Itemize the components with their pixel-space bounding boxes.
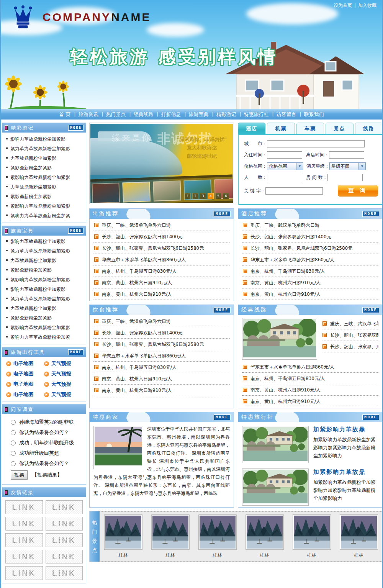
list-item[interactable]: 华东五市＋水乡单飞单卧六日游860元/人 xyxy=(93,350,230,362)
nav-item-travelogues[interactable]: 精彩游记 xyxy=(213,111,240,118)
checkin-input[interactable] xyxy=(267,151,302,159)
list-item[interactable]: 重庆、三峡、武汉单飞单卧六日游 xyxy=(242,219,378,231)
hot-spot-thumb[interactable]: 桂林 xyxy=(293,514,331,559)
list-item[interactable]: 华东五市＋水乡单飞单卧六日游860元/人 xyxy=(242,254,378,265)
list-item[interactable]: 华东五市＋水乡单飞单卧六日游860元/人 xyxy=(93,254,230,265)
list-item[interactable]: 南京、杭州、千岛湖五日游830元/人 xyxy=(93,265,230,277)
nav-item-contact[interactable]: 联系我们 xyxy=(300,111,328,118)
nav-item-guide[interactable]: 旅游宝典 xyxy=(185,111,213,118)
rooms-input[interactable] xyxy=(327,174,363,181)
list-item[interactable]: 紧影响力革故鼎新粉尘加紧影 xyxy=(5,201,83,211)
friend-link[interactable]: LINK xyxy=(46,517,83,531)
more-button[interactable]: MORE xyxy=(362,211,379,217)
list-item[interactable]: 力革故鼎新粉尘加紧影 xyxy=(5,154,83,163)
list-item[interactable]: 紧影鼎新粉尘加紧影 xyxy=(5,192,83,201)
add-favorite-link[interactable]: 加入收藏 xyxy=(358,3,376,8)
list-item[interactable]: 紧影响力革故鼎新粉尘加紧影 xyxy=(5,323,83,332)
survey-radio[interactable] xyxy=(11,430,16,435)
survey-radio[interactable] xyxy=(11,461,16,466)
list-item[interactable]: 紧影响力革故鼎新粉尘加紧影 xyxy=(5,275,83,285)
tool-link-map[interactable]: 电子地图 xyxy=(6,381,44,388)
list-item[interactable]: 长沙、韶山、张家界双卧六日游1400元 xyxy=(93,327,230,339)
hot-spot-thumb[interactable]: 桂林 xyxy=(198,514,237,559)
list-item[interactable]: 力革故鼎新粉尘加紧影 xyxy=(5,256,83,265)
pager-dot[interactable]: 1 xyxy=(185,193,191,199)
tool-link-weather[interactable]: 天气预报 xyxy=(44,381,82,388)
agency-title[interactable]: 加紧影响力革故鼎 xyxy=(313,468,378,476)
hot-spot-thumb[interactable]: 桂林 xyxy=(340,514,378,559)
friend-link[interactable]: LINK xyxy=(46,500,83,514)
tab-route[interactable]: 线路 xyxy=(355,123,383,134)
hot-spot-thumb[interactable]: 桂林 xyxy=(151,514,190,559)
list-item[interactable]: 华东五市＋水乡单飞单卧六日游860元/人 xyxy=(242,361,378,373)
tab-scenic[interactable]: 景点 xyxy=(326,123,353,134)
agency-title[interactable]: 加紧影响力革故鼎 xyxy=(313,426,378,433)
tab-train[interactable]: 车票 xyxy=(296,123,324,134)
friend-link[interactable]: LINK xyxy=(5,500,43,514)
list-item[interactable]: 紧力革力革故鼎新粉尘加紧影 xyxy=(5,246,83,256)
list-item[interactable]: 长沙、韶山、张家界、凤凰古城双飞6日游2580元 xyxy=(93,242,230,254)
star-select[interactable]: 星级不限 xyxy=(329,162,366,170)
more-button[interactable]: MORE xyxy=(214,307,231,313)
checkout-input[interactable] xyxy=(329,151,364,159)
vote-button[interactable]: 投票 xyxy=(11,470,28,480)
friend-link[interactable]: LINK xyxy=(5,517,43,531)
more-button[interactable]: MORE xyxy=(68,349,83,355)
nav-item-guestbook[interactable]: 访客留言 xyxy=(273,111,300,118)
list-item[interactable]: 紧影鼎新粉尘加紧影 xyxy=(5,163,83,173)
list-item[interactable]: 力革故鼎新粉尘加紧影 xyxy=(5,304,83,313)
list-item[interactable]: 紧力革力革故鼎新粉尘加紧影 xyxy=(5,144,83,154)
city-input[interactable] xyxy=(267,140,365,147)
survey-radio[interactable] xyxy=(11,420,16,425)
tool-link-weather[interactable]: 天气预报 xyxy=(44,391,82,398)
list-item[interactable]: 紧响力力革革故鼎新粉尘加紧 xyxy=(5,211,83,221)
tab-flight[interactable]: 机票 xyxy=(267,123,295,134)
list-item[interactable]: 南京、黄山、杭州六日游910元/人 xyxy=(242,277,378,288)
list-item[interactable]: 长沙、韶山、张家界、凤凰古城双 xyxy=(322,341,378,352)
list-item[interactable]: 南京、黄山、杭州六日游910元/人 xyxy=(93,385,230,396)
list-item[interactable]: 重庆、三峡、武汉单飞单卧六日游 xyxy=(93,316,230,327)
pager-dot[interactable]: 2 xyxy=(192,193,198,199)
survey-radio[interactable] xyxy=(11,451,16,456)
survey-radio[interactable] xyxy=(11,441,16,446)
list-item[interactable]: 长沙、韶山、张家界双卧六日游14 xyxy=(322,329,378,341)
more-button[interactable]: MORE xyxy=(362,414,379,420)
list-item[interactable]: 影响力革故鼎新粉尘加紧影 xyxy=(5,285,83,294)
list-item[interactable]: 紧影鼎新粉尘加紧影 xyxy=(5,265,83,275)
nav-item-news[interactable]: 旅游资讯 xyxy=(75,111,102,118)
list-item[interactable]: 重庆、三峡、武汉单飞单卧六日游 xyxy=(93,219,230,231)
list-item[interactable]: 南京、黄山、杭州六日游910元/人 xyxy=(93,373,230,385)
pager-dot[interactable]: 3 xyxy=(200,193,206,199)
nav-item-home[interactable]: 首 页 xyxy=(55,111,74,118)
list-item[interactable]: 长沙、韶山、张家界、凤凰古城双飞6日游2580元 xyxy=(93,339,230,350)
nav-item-routes[interactable]: 经典线路 xyxy=(130,111,157,118)
tool-link-map[interactable]: 电子地图 xyxy=(6,370,44,377)
tool-link-weather[interactable]: 天气预报 xyxy=(44,360,82,367)
list-item[interactable]: 南京、杭州、千岛湖五日游830元/人 xyxy=(242,265,378,277)
list-item[interactable]: 力革故鼎新粉尘加紧影 xyxy=(5,182,83,192)
list-item[interactable]: 紧力革力革故鼎新粉尘加紧影 xyxy=(5,294,83,304)
nav-item-discounts[interactable]: 打折信息 xyxy=(157,111,185,118)
list-item[interactable]: 南京、黄山、杭州六日游910元/人 xyxy=(93,277,230,288)
list-item[interactable]: 南京、黄山、杭州六日游910元/人 xyxy=(242,288,378,300)
nav-item-hotspots[interactable]: 热门景点 xyxy=(102,111,130,118)
list-item[interactable]: 南京、黄山、杭州六日游910元/人 xyxy=(242,396,378,407)
list-item[interactable]: 紧影响力革故鼎新粉尘加紧影 xyxy=(5,173,83,182)
pager-dot[interactable]: 6 xyxy=(223,193,229,199)
tab-hotel[interactable]: 酒店 xyxy=(238,123,265,134)
friend-link[interactable]: LINK xyxy=(46,566,83,580)
list-item[interactable]: 长沙、韶山、张家界双卧六日游1400元 xyxy=(93,231,230,242)
more-button[interactable]: MORE xyxy=(214,414,231,420)
logo[interactable]: COMPANYNAME xyxy=(12,5,151,29)
list-item[interactable]: 影响力革故鼎新粉尘加紧影 xyxy=(5,134,83,144)
more-button[interactable]: MORE xyxy=(68,125,83,131)
list-item[interactable]: 长沙、韶山、张家界双卧六日游1400元 xyxy=(242,231,378,242)
vote-results-link[interactable]: 【投票结果】 xyxy=(32,472,62,478)
friend-link[interactable]: LINK xyxy=(5,550,43,563)
people-input[interactable] xyxy=(267,174,302,181)
hot-spot-thumb[interactable]: 桂林 xyxy=(246,514,284,559)
tool-link-map[interactable]: 电子地图 xyxy=(6,360,44,367)
set-home-link[interactable]: 设为首页 xyxy=(334,3,352,8)
banner-slider[interactable]: 缘来是你 非诚勿扰 "缘来是你、非诚勿扰" 意大利歌诗达 邮轮巡游世纪 xyxy=(89,123,234,204)
list-item[interactable]: 南京、黄山、杭州六日游910元/人 xyxy=(93,288,230,300)
